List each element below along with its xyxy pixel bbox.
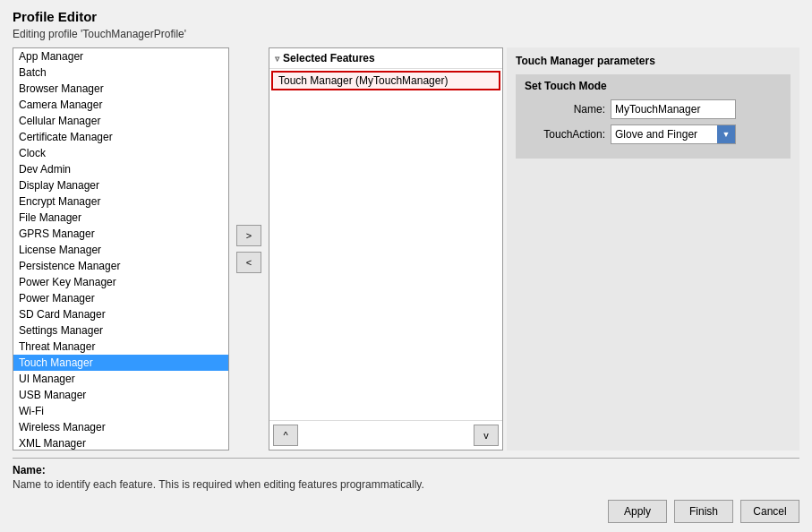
feature-list-item[interactable]: Persistence Manager	[13, 258, 228, 274]
feature-list-item[interactable]: Dev Admin	[13, 161, 228, 177]
help-label: Name:	[13, 464, 799, 476]
middle-buttons: > <	[233, 47, 265, 450]
feature-list-item[interactable]: Encrypt Manager	[13, 193, 228, 210]
move-up-button[interactable]: ^	[273, 425, 298, 446]
move-down-button[interactable]: v	[474, 425, 499, 446]
selected-features-label: Selected Features	[283, 52, 375, 64]
selected-panel-footer: ^ v	[269, 420, 502, 450]
params-section-title: Set Touch Mode	[525, 80, 782, 92]
feature-list-item[interactable]: Display Manager	[13, 177, 228, 193]
feature-list-item[interactable]: Cellular Manager	[13, 113, 228, 129]
feature-list-item[interactable]: Touch Manager	[13, 355, 228, 371]
touch-action-select[interactable]: Glove and Finger Finger Only Glove Only	[611, 125, 717, 143]
selected-items-list: Touch Manager (MyTouchManager)	[269, 69, 502, 420]
selected-item[interactable]: Touch Manager (MyTouchManager)	[271, 71, 500, 90]
touch-action-row: TouchAction: Glove and Finger Finger Onl…	[525, 124, 782, 144]
feature-list-item[interactable]: USB Manager	[13, 387, 228, 403]
feature-list-item[interactable]: XML Manager	[13, 435, 228, 450]
apply-button[interactable]: Apply	[608, 500, 667, 523]
feature-list-item[interactable]: Wireless Manager	[13, 419, 228, 435]
dialog-title: Profile Editor	[13, 9, 799, 24]
name-row: Name:	[525, 99, 782, 119]
feature-list-item[interactable]: Settings Manager	[13, 322, 228, 339]
feature-list-item[interactable]: Power Key Manager	[13, 274, 228, 290]
feature-list-item[interactable]: Threat Manager	[13, 339, 228, 355]
feature-list-item[interactable]: File Manager	[13, 210, 228, 226]
params-panel: Touch Manager parameters Set Touch Mode …	[507, 47, 799, 450]
feature-list-item[interactable]: Clock	[13, 145, 228, 161]
feature-list-item[interactable]: UI Manager	[13, 371, 228, 387]
dialog-subtitle: Editing profile 'TouchManagerProfile'	[13, 28, 799, 40]
feature-list-item[interactable]: Certificate Manager	[13, 129, 228, 145]
name-input[interactable]	[611, 99, 736, 119]
bottom-area: Name: Name to identify each feature. Thi…	[13, 458, 799, 523]
feature-list-item[interactable]: App Manager	[13, 48, 228, 64]
feature-list-item[interactable]: Camera Manager	[13, 97, 228, 113]
feature-list-item[interactable]: Power Manager	[13, 290, 228, 306]
feature-list: App ManagerBatchBrowser ManagerCamera Ma…	[13, 48, 228, 450]
touch-action-dropdown-button[interactable]: ▼	[717, 125, 735, 143]
touch-action-select-wrapper: Glove and Finger Finger Only Glove Only …	[611, 124, 736, 144]
feature-list-item[interactable]: Batch	[13, 64, 228, 81]
params-title: Touch Manager parameters	[516, 55, 791, 67]
feature-list-item[interactable]: Wi-Fi	[13, 403, 228, 419]
help-text: Name to identify each feature. This is r…	[13, 478, 799, 491]
feature-list-panel: App ManagerBatchBrowser ManagerCamera Ma…	[13, 47, 229, 450]
remove-feature-button[interactable]: <	[236, 252, 261, 273]
feature-list-item[interactable]: SD Card Manager	[13, 306, 228, 322]
params-section: Set Touch Mode Name: TouchAction: Glove …	[516, 74, 791, 159]
selected-panel: ▿ Selected Features Touch Manager (MyTou…	[269, 47, 503, 450]
feature-list-item[interactable]: License Manager	[13, 242, 228, 258]
name-label: Name:	[525, 103, 605, 116]
collapse-icon: ▿	[275, 54, 279, 64]
touch-action-label: TouchAction:	[525, 128, 605, 141]
footer-buttons: Apply Finish Cancel	[13, 500, 799, 523]
add-feature-button[interactable]: >	[236, 225, 261, 246]
cancel-button[interactable]: Cancel	[740, 500, 799, 523]
selected-features-header: ▿ Selected Features	[269, 48, 502, 69]
finish-button[interactable]: Finish	[674, 500, 733, 523]
feature-list-item[interactable]: Browser Manager	[13, 81, 228, 97]
feature-list-item[interactable]: GPRS Manager	[13, 226, 228, 242]
